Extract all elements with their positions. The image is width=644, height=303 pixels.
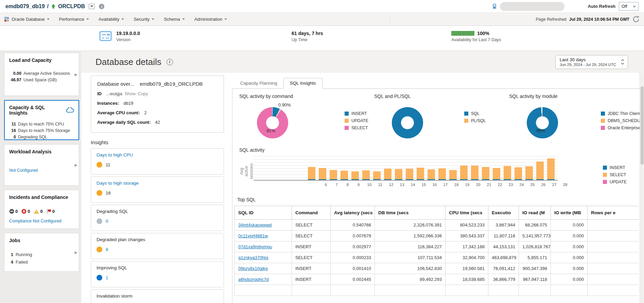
table-cell [235,285,292,296]
summary-band: 19.19.0.0.0 Version 61 days, 7 hrs Up Ti… [0,26,644,51]
sidebar-card-capacity-sql-insights[interactable]: Capacity & SQL Insights 11 Days to reach… [4,100,79,140]
blocked-icon [9,209,14,214]
id-value: ...wuigja [106,91,122,96]
info-icon[interactable]: i [99,4,104,9]
chevron-down-icon [224,18,227,20]
refresh-icon[interactable] [632,15,640,23]
column-header[interactable]: IO read (M [519,206,551,220]
column-header[interactable]: Rows per e [588,206,639,220]
insight-card[interactable]: Invalidation storm [91,289,224,303]
bar [362,170,370,180]
chart-legend: SQLPL/SQL [464,111,486,138]
insight-card-value[interactable]: 0 [106,219,108,224]
column-header[interactable]: SQL ID [235,206,292,220]
sql-id-link[interactable]: 07d1xa9mbymgu [238,244,272,249]
column-header[interactable]: Executio [488,206,519,220]
insight-card-title[interactable]: Days to high CPU [97,152,218,157]
column-header[interactable]: IO write (MB [551,206,588,220]
not-configured-link[interactable]: Not Configured [9,168,38,173]
cpu-count-label: Average CPU count: [97,110,140,115]
table-cell: SELECT [292,220,331,231]
sql-id-link[interactable]: 0c11vprf4881w [238,233,268,238]
daily-sql-label: Average daily SQL count: [97,120,151,125]
x-tick-label: 13 [398,183,406,187]
legend-item: Oracle Enterprise Mana… [601,125,644,130]
menu-item-oracle-database[interactable]: Oracle Database [4,17,50,22]
target-context-pill [500,2,564,11]
insight-card-value[interactable]: 1 [106,275,108,280]
menu-item-label: Availability [99,17,119,22]
show-link[interactable]: Show [125,91,136,96]
chart-legend: JDBC Thin ClientDBMS_SCHEDULEROracle Ent… [601,111,644,138]
range-label: Last 30 days [560,57,616,62]
table-cell [588,220,639,231]
x-tick-label: 27 [551,183,558,187]
insight-card[interactable]: Days to high storage16 [91,176,224,203]
table-cell: a6hdpzrqqhc7d [235,274,292,285]
card-title: Workload Analysis [9,149,74,154]
x-tick-label: 24 [518,183,525,187]
sql-id-link[interactable]: 09pzy8x10gjkg [238,266,268,271]
table-cell: 0.002445 [331,274,375,285]
chevron-down-icon [633,5,636,7]
compliance-link[interactable]: Compliance Not Configured [9,219,62,223]
insight-card[interactable]: Degrading SQL0 [91,205,224,231]
metric-value: 0 [9,135,16,139]
menu-item-schema[interactable]: Schema [164,17,185,22]
chevron-right-icon[interactable]: ▶ [75,250,77,255]
column-header[interactable]: Avg latency (secs [331,206,375,220]
table-cell: 34mt4skacwwwd [235,220,292,231]
time-range-picker[interactable]: Last 30 days Jun 29, 2024 - Jul 29, 2024… [555,55,628,69]
legend-label: DBMS_SCHEDULER [608,118,644,123]
info-icon[interactable]: i [167,59,173,65]
legend-swatch [603,180,607,184]
menu-item-administration[interactable]: Administration [194,17,227,22]
column-header[interactable]: DB time (secs [375,206,446,220]
sidebar-card-incidents-compliance[interactable]: Incidents and Compliance 0 0 0 0 [4,190,79,229]
x-tick-label: 28 [561,183,569,187]
bar [384,169,391,180]
table-cell: 1,026,818.767 [519,241,551,252]
tab-capacity-planning[interactable]: Capacity Planning [234,78,283,88]
insight-card-value[interactable]: 8 [106,247,108,252]
insights-heading: Insights [91,139,224,145]
sql-id-link[interactable]: a6hdpzrqqhc7d [238,277,269,282]
auto-refresh-select[interactable]: Off [619,2,639,11]
chevron-down-icon [152,18,154,20]
tab-sql-insights[interactable]: SQL Insights [283,78,323,89]
uptime-summary: 61 days, 7 hrs Up Time [292,31,323,42]
column-header[interactable]: Command [292,206,331,220]
chevron-down-icon [47,18,50,20]
column-header[interactable]: CPU time (secs [446,206,488,220]
insight-card[interactable]: Improving SQL1 [91,261,224,287]
menu-item-performance[interactable]: Performance [59,17,89,22]
sidebar-card-workload-analysis[interactable]: Workload Analysis Not Configured ▶ [4,144,79,186]
insight-card-title: Invalidation storm [97,293,218,299]
menu-item-security[interactable]: Security [134,17,154,22]
sidebar-card-load-capacity[interactable]: Load and Capacity 0.00 Average Active Se… [4,53,79,96]
pdb-name[interactable]: ORCLPDB [58,3,85,10]
insight-card[interactable]: Degraded plan changes8 [91,233,224,259]
copy-link[interactable]: Copy [138,91,148,96]
sidebar-card-jobs[interactable]: Jobs 1 Running 4 Failed ▶ [4,233,79,272]
insight-card[interactable]: Days to high CPU11 [91,148,224,174]
database-name[interactable]: emdb079_db19 [5,3,45,10]
bar [438,168,446,180]
availability-bar [451,31,474,36]
table-cell: 11,807,116 [488,231,519,241]
target-menu-button[interactable] [89,4,94,9]
sql-id-link[interactable]: 34mt4skacwwwd [238,222,272,228]
chevron-right-icon[interactable]: ▶ [75,72,77,77]
table-cell [588,241,639,252]
table-cell: 0.000 [551,252,588,263]
bar [395,169,402,180]
menu-item-availability[interactable]: Availability [99,17,124,22]
table-cell: 380,543.337 [446,231,488,241]
status-up-arrow-icon [51,4,56,9]
scrollbar-thumb[interactable] [641,86,644,165]
chevron-right-icon[interactable]: ▶ [75,163,77,167]
sql-id-link[interactable]: g1znkya370htg [238,255,268,260]
status-dot [97,275,102,281]
insight-card-title[interactable]: Days to high storage [97,181,218,186]
scrollbar[interactable] [640,73,644,303]
